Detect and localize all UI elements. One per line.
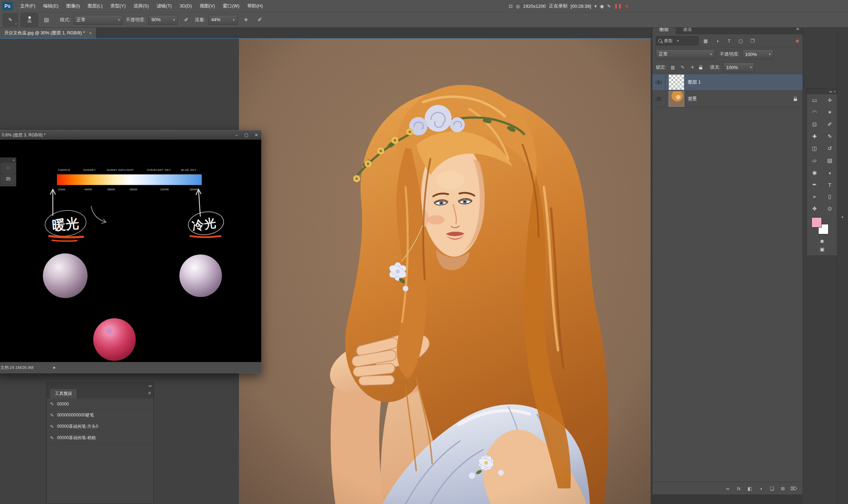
quick-mask-button[interactable]: ◙ — [821, 238, 824, 244]
tool-path-selection[interactable]: ➢ — [807, 191, 822, 203]
opacity-select[interactable]: 90% ▾ — [149, 15, 178, 25]
filter-switch-icon[interactable]: ◉ — [796, 38, 799, 43]
tool-hand[interactable]: ✥ — [807, 203, 822, 215]
layer-name[interactable]: 背景 — [688, 96, 697, 102]
menu-filter[interactable]: 滤镜(T) — [153, 0, 176, 12]
tool-history-brush[interactable]: ↺ — [822, 142, 837, 155]
close-icon[interactable]: × — [89, 30, 92, 36]
filter-smart-objects-icon[interactable]: ❐ — [748, 38, 757, 44]
tool-preset-item[interactable]: ✎ 00000基础画笔-方头0 — [47, 421, 154, 432]
menu-window[interactable]: 窗口(W) — [219, 0, 243, 12]
link-layers-button[interactable]: ∞ — [723, 484, 732, 493]
layer-row-background[interactable]: 背景 — [652, 91, 803, 107]
close-button[interactable]: ✕ — [251, 131, 261, 140]
canvas-artwork[interactable] — [239, 38, 651, 504]
restore-button[interactable]: ▢ — [241, 131, 251, 140]
tool-preset-item[interactable]: ✎ 000000000000硬笔 — [47, 410, 154, 421]
tool-blur[interactable]: ◉ — [807, 167, 822, 179]
tool-shape[interactable]: ▯ — [822, 191, 837, 203]
menu-3d[interactable]: 3D(D) — [175, 0, 196, 12]
layer-filter-select[interactable]: 类型 ▾ — [656, 36, 698, 45]
foreground-color-swatch[interactable] — [811, 217, 822, 228]
menu-file[interactable]: 文件(F) — [16, 0, 39, 12]
collapse-icon[interactable]: ◂◂ — [829, 90, 832, 93]
document-tab[interactable]: 开尔文色温.jpg @ 30% (图层 1, RGB/8) * × — [0, 28, 96, 38]
tool-rectangular-marquee[interactable]: ▭ — [807, 94, 822, 106]
menu-edit[interactable]: 编辑(E) — [39, 0, 62, 12]
minimize-button[interactable]: – — [231, 131, 241, 140]
menu-select[interactable]: 选择(S) — [129, 0, 152, 12]
brush-size-badge[interactable]: 35 — [0, 174, 16, 185]
brush-preset-picker[interactable]: 35 — [21, 13, 38, 27]
menu-image[interactable]: 图像(I) — [62, 0, 84, 12]
visibility-toggle[interactable] — [652, 91, 665, 107]
tool-gradient[interactable]: ▤ — [822, 155, 837, 167]
menu-layer[interactable]: 图层(L) — [84, 0, 106, 12]
layer-blend-mode-select[interactable]: 正常 ▾ — [656, 49, 715, 59]
status-arrow-icon[interactable]: ▶ — [53, 366, 56, 369]
tool-pen[interactable]: ✒ — [807, 179, 822, 191]
dock-collapse-arrow[interactable]: ◂ — [841, 215, 843, 219]
blend-mode-select[interactable]: 正常 ▾ — [74, 15, 123, 25]
menu-type[interactable]: 类型(Y) — [106, 0, 129, 12]
tool-healing-brush[interactable]: ✚ — [807, 130, 822, 142]
tool-dodge[interactable]: ◖ — [822, 167, 837, 179]
menu-help[interactable]: 帮助(H) — [243, 0, 267, 12]
tool-zoom[interactable]: ⊙ — [822, 203, 837, 215]
tool-lasso[interactable]: ◠ — [807, 106, 822, 118]
tool-preset-item[interactable]: ✎ 00000基础画笔-稍粗 — [47, 432, 154, 444]
lock-pixels-icon[interactable]: ✎ — [679, 65, 686, 70]
tool-type[interactable]: T — [822, 179, 837, 191]
new-group-button[interactable]: ❏ — [767, 484, 776, 493]
fill-select[interactable]: 100% ▾ — [723, 62, 754, 72]
flow-select[interactable]: 44% ▾ — [208, 15, 238, 25]
tool-eraser[interactable]: ▱ — [807, 155, 822, 167]
layer-thumbnail[interactable] — [669, 74, 684, 90]
filter-shape-layers-icon[interactable]: ▢ — [736, 38, 745, 44]
recorder-pen-icon[interactable]: ✎ — [607, 4, 611, 9]
close-icon[interactable]: ✕ — [833, 90, 836, 93]
collapse-icon[interactable]: ◂◂ — [149, 384, 151, 387]
lock-all-icon[interactable] — [699, 67, 702, 69]
tool-move[interactable]: ✛ — [822, 94, 837, 106]
airbrush-icon[interactable]: ✳ — [241, 15, 251, 25]
new-layer-button[interactable]: ⊞ — [778, 484, 787, 493]
layer-style-button[interactable]: fx — [734, 484, 743, 493]
filter-adjustment-layers-icon[interactable]: ◑ — [713, 38, 722, 44]
recorder-zoom-icon[interactable]: ◎ — [516, 4, 520, 9]
adjustment-layer-button[interactable]: ◑ — [756, 484, 765, 493]
recorder-dropdown-icon[interactable]: ▾ — [594, 4, 597, 9]
panel-menu-icon[interactable]: ≡ — [148, 391, 151, 396]
tool-clone-stamp[interactable]: ◫ — [807, 142, 822, 155]
brush-tool-button[interactable]: ✎ ▾ — [3, 13, 18, 26]
tool-brush[interactable]: ✎ — [822, 130, 837, 142]
toggle-brush-panel-button[interactable]: ▤ — [41, 15, 52, 25]
brush-panel-button[interactable]: ∷ — [0, 163, 16, 174]
visibility-toggle[interactable] — [652, 74, 665, 90]
layer-row-layer1[interactable]: 图层 1 — [652, 74, 803, 91]
tab-tool-presets[interactable]: 工具预设 — [50, 388, 77, 398]
lock-transparent-icon[interactable]: ▨ — [669, 65, 676, 70]
screen-mode-button[interactable]: ▣ — [820, 246, 824, 252]
filter-pixel-layers-icon[interactable]: ▦ — [701, 38, 710, 44]
tool-magic-wand[interactable]: ✶ — [822, 106, 837, 118]
tool-eyedropper[interactable]: ✐ — [822, 118, 837, 130]
tool-crop[interactable]: ⊡ — [807, 118, 822, 130]
kelvin-window-titlebar[interactable]: 0.6% (图层 3, RGB/8) * – ▢ ✕ — [0, 130, 261, 140]
close-icon[interactable]: ✕ — [12, 159, 15, 162]
recorder-pause-button[interactable]: ❚❚ — [614, 4, 622, 9]
tool-preset-item[interactable]: ✎ 00000 — [47, 398, 154, 410]
delete-layer-button[interactable]: ⌦ — [789, 484, 798, 493]
recorder-camera-icon[interactable]: ◉ — [600, 4, 604, 9]
add-layer-mask-button[interactable]: ◧ — [745, 484, 754, 493]
recorder-stop-button[interactable]: ■ — [625, 3, 628, 9]
layer-opacity-select[interactable]: 100% ▾ — [742, 49, 774, 59]
recorder-display-icon[interactable]: ⊡ — [509, 4, 513, 9]
layer-name[interactable]: 图层 1 — [688, 79, 701, 85]
pressure-opacity-icon[interactable]: ✐ — [181, 15, 191, 25]
kelvin-canvas[interactable]: CANDLE SUNSET SUNNY DAYLIGHT OVERCAST SK… — [0, 140, 261, 362]
pressure-size-icon[interactable]: ✐ — [255, 15, 265, 25]
menu-view[interactable]: 视图(V) — [196, 0, 219, 12]
lock-position-icon[interactable]: ✛ — [689, 65, 696, 70]
filter-type-layers-icon[interactable]: T — [725, 38, 733, 44]
